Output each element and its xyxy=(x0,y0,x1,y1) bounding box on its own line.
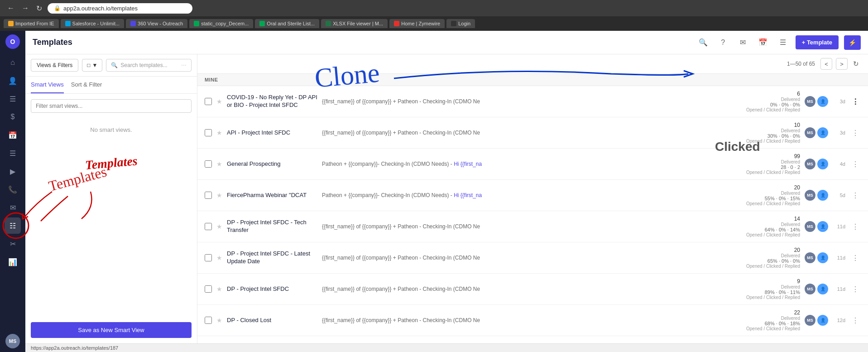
sidebar: O ⌂ 👤 ☰ $ 📅 ☰ ▶ 📞 ✉ ☷ ✂ 📊 MS xyxy=(0,31,25,352)
avatar-blue: 👤 xyxy=(817,127,828,138)
sidebar-item-home[interactable]: ⌂ xyxy=(5,54,21,71)
tab-imported-ie[interactable]: Imported From IE xyxy=(4,19,59,28)
row-delivered-label: Delivered xyxy=(781,284,800,289)
add-template-button[interactable]: + Template xyxy=(796,35,839,49)
row-star-icon[interactable]: ★ xyxy=(216,254,222,261)
row-checkbox[interactable] xyxy=(205,129,212,136)
app-logo[interactable]: O xyxy=(5,34,20,49)
sidebar-item-calendar[interactable]: 📅 xyxy=(5,127,21,143)
row-more-button[interactable]: ⋮ xyxy=(850,128,861,138)
avatar-blue: 👤 xyxy=(817,284,828,294)
row-time: 3d xyxy=(833,130,845,135)
row-rates-label: Opened / Clicked / Replied xyxy=(746,139,800,144)
table-row: ★ DP - Project Intel SFDC - Tech Transfe… xyxy=(197,211,868,242)
row-more-button[interactable]: ⋮ xyxy=(850,222,861,232)
sidebar-item-sequences[interactable]: ☰ xyxy=(5,145,21,161)
views-filters-button[interactable]: Views & Filters xyxy=(31,59,78,72)
row-more-button[interactable]: ⋮ xyxy=(850,253,861,263)
tab-favicon xyxy=(259,21,265,26)
row-checkbox[interactable] xyxy=(205,192,212,199)
sidebar-item-deals[interactable]: $ xyxy=(5,109,21,125)
view-dropdown-button[interactable]: □ ▼ xyxy=(82,59,102,72)
mail-icon-btn[interactable]: ✉ xyxy=(736,35,750,50)
row-subject: Patheon + {{company}}- Checking-In (CDMO… xyxy=(322,161,714,167)
tab-label: Oral and Sterile List... xyxy=(267,21,315,26)
row-more-button[interactable]: ⋮ xyxy=(850,315,861,326)
handwritten-templates: Templates xyxy=(85,154,138,173)
search-icon-btn[interactable]: 🔍 xyxy=(696,35,710,50)
row-rates: 28 · 0 · 2 xyxy=(781,164,800,170)
row-star-icon[interactable]: ★ xyxy=(216,129,222,136)
row-time: 11d xyxy=(833,224,845,229)
user-avatar[interactable]: MS xyxy=(5,334,20,348)
row-checkbox[interactable] xyxy=(205,285,212,293)
row-checkbox[interactable] xyxy=(205,160,212,168)
settings-icon-btn[interactable]: ☰ xyxy=(776,35,790,50)
subject-highlight: Hi {{first_na xyxy=(454,161,482,167)
row-rates: 0% · 0% · 0% xyxy=(770,102,800,107)
row-rates-label: Opened / Clicked / Replied xyxy=(746,264,800,269)
filter-smart-views-input[interactable] xyxy=(31,99,192,113)
search-placeholder: Search templates... xyxy=(120,62,167,68)
avatar-blue: 👤 xyxy=(817,315,828,326)
row-rates: 65% · 0% · 0% xyxy=(767,258,800,264)
tab-static-copy[interactable]: static_copy_Decem... xyxy=(189,19,253,28)
row-checkbox[interactable] xyxy=(205,317,212,324)
row-more-button[interactable]: ⋮ xyxy=(850,284,861,294)
forward-button[interactable]: → xyxy=(20,2,31,14)
sidebar-item-tasks[interactable]: ☰ xyxy=(5,91,21,107)
calendar-icon-btn[interactable]: 📅 xyxy=(756,35,770,50)
tab-smart-views[interactable]: Smart Views xyxy=(31,77,64,93)
sidebar-item-reports[interactable]: 📊 xyxy=(5,254,21,270)
tab-xlsx[interactable]: XLSX File viewer | M... xyxy=(321,19,388,28)
tab-360view[interactable]: 360 View - Outreach xyxy=(126,19,187,28)
row-more-button[interactable]: ⋮ xyxy=(850,159,861,169)
sidebar-item-monitor[interactable]: ▶ xyxy=(5,163,21,179)
row-time: 3d xyxy=(833,99,845,104)
row-stats: 20 Delivered 65% · 0% · 0% Opened / Clic… xyxy=(719,247,800,269)
row-star-icon[interactable]: ★ xyxy=(216,160,222,168)
tab-login[interactable]: Login xyxy=(446,19,475,28)
row-name: General Prospecting xyxy=(227,160,317,168)
next-page-button[interactable]: > xyxy=(836,58,848,70)
tab-favicon xyxy=(8,21,14,26)
row-rates-label: Opened / Clicked / Replied xyxy=(746,170,800,175)
row-star-icon[interactable]: ★ xyxy=(216,285,222,293)
tab-sort-filter[interactable]: Sort & Filter xyxy=(71,77,102,93)
sidebar-item-mail[interactable]: ✉ xyxy=(5,199,21,216)
row-star-icon[interactable]: ★ xyxy=(216,223,222,230)
tab-salesforce[interactable]: Salesforce - Unlimit... xyxy=(61,19,125,28)
back-button[interactable]: ← xyxy=(5,2,16,14)
tab-favicon xyxy=(194,21,199,26)
tab-label: Home | Zymewire xyxy=(401,21,440,26)
row-checkbox[interactable] xyxy=(205,254,212,261)
address-bar[interactable]: 🔒 app2a.outreach.io/templates xyxy=(48,3,192,14)
help-icon-btn[interactable]: ? xyxy=(716,35,730,50)
tab-oral-sterile[interactable]: Oral and Sterile List... xyxy=(255,19,319,28)
avatar-ms: MS xyxy=(805,252,815,263)
left-panel: Views & Filters □ ▼ 🔍 Search templates..… xyxy=(25,54,197,343)
row-stats: 6 Delivered 0% · 0% · 0% Opened / Clicke… xyxy=(719,91,800,112)
row-checkbox[interactable] xyxy=(205,98,212,105)
row-star-icon[interactable]: ★ xyxy=(216,98,222,105)
search-box[interactable]: 🔍 Search templates... ⋯ xyxy=(106,59,192,72)
prev-page-button[interactable]: < xyxy=(820,58,832,70)
row-delivered: 20 xyxy=(794,184,800,191)
reload-button[interactable]: ↻ xyxy=(34,2,44,14)
row-more-button[interactable]: ⋮ xyxy=(850,190,861,201)
sidebar-item-snippets[interactable]: ✂ xyxy=(5,236,21,252)
tab-zymewire[interactable]: Home | Zymewire xyxy=(389,19,445,28)
save-smart-view-button[interactable]: Save as New Smart View xyxy=(31,322,192,338)
sidebar-item-prospects[interactable]: 👤 xyxy=(5,72,21,89)
sidebar-item-templates[interactable]: ☷ xyxy=(5,217,21,234)
sidebar-item-calls[interactable]: 📞 xyxy=(5,181,21,198)
row-star-icon[interactable]: ★ xyxy=(216,192,222,199)
refresh-button[interactable]: ↻ xyxy=(851,58,861,70)
lightning-button[interactable]: ⚡ xyxy=(844,35,861,50)
row-checkbox[interactable] xyxy=(205,223,212,230)
avatar-blue: 👤 xyxy=(817,221,828,232)
row-time: 11d xyxy=(833,286,845,292)
row-star-icon[interactable]: ★ xyxy=(216,317,222,324)
row-delivered-label: Delivered xyxy=(781,159,800,164)
row-more-button[interactable]: ⋮ xyxy=(850,96,861,107)
